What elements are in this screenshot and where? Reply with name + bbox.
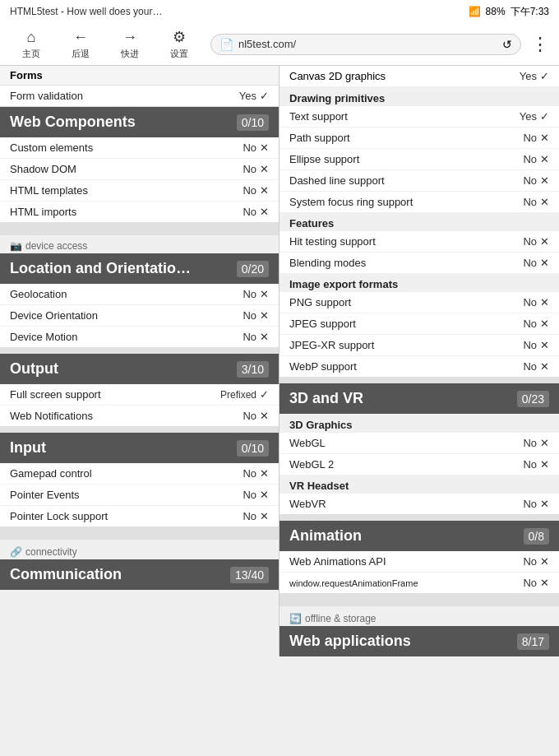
cross-icon: ✕ — [540, 360, 549, 373]
drawing-primitives-label: Drawing primitives — [280, 87, 559, 106]
communication-header: Communication 13/40 — [0, 559, 279, 590]
home-icon: ⌂ — [27, 29, 36, 46]
table-row: System focus ring support No ✕ — [280, 192, 559, 212]
web-components-header: Web Components 0/10 — [0, 107, 279, 137]
cross-icon: ✕ — [540, 132, 549, 144]
table-row: WebGL No ✕ — [280, 433, 559, 454]
cross-icon: ✕ — [540, 153, 549, 165]
table-row: Custom elements No ✕ — [0, 137, 279, 159]
vr-headset-items: WebVR No ✕ — [280, 494, 559, 514]
cross-icon: ✕ — [540, 437, 549, 449]
table-row: Web Animations API No ✕ — [280, 551, 559, 573]
status-bar: HTML5test - How well does your… 📶 88% 下午… — [0, 0, 559, 23]
table-row: HTML imports No ✕ — [0, 202, 279, 222]
form-validation-row: Form validation Yes ✓ — [0, 86, 279, 106]
cross-icon: ✕ — [540, 458, 549, 471]
cross-icon: ✕ — [260, 410, 269, 422]
table-row: Device Motion No ✕ — [0, 327, 279, 347]
table-row: Blending modes No ✕ — [280, 253, 559, 273]
forward-icon: → — [122, 29, 137, 46]
table-row: WebP support No ✕ — [280, 356, 559, 377]
table-row: Ellipse support No ✕ — [280, 149, 559, 170]
table-row: Text support Yes ✓ — [280, 106, 559, 128]
input-title: Input — [10, 439, 46, 457]
communication-score: 13/40 — [230, 567, 269, 583]
right-column: Canvas 2D graphics Yes ✓ Drawing primiti… — [280, 66, 559, 656]
connectivity-icon: 🔗 — [10, 546, 22, 558]
html-imports-label: HTML imports — [10, 206, 76, 218]
forward-label: 快进 — [121, 48, 139, 60]
table-row: Gamepad control No ✕ — [0, 463, 279, 485]
web-components-title: Web Components — [10, 114, 136, 131]
table-row: Full screen support Prefixed ✓ — [0, 384, 279, 406]
offline-storage-category: 🔄 offline & storage — [280, 606, 559, 626]
settings-button[interactable]: ⚙ 设置 — [155, 28, 204, 60]
cross-icon: ✕ — [260, 141, 269, 154]
time-display: 下午7:33 — [510, 5, 549, 19]
cross-icon: ✕ — [540, 498, 549, 510]
spacer — [280, 377, 559, 383]
forward-button[interactable]: → 快进 — [105, 28, 155, 60]
input-score: 0/10 — [237, 440, 269, 457]
wifi-icon: 📶 — [469, 6, 481, 17]
location-score: 0/20 — [237, 261, 269, 277]
spacer — [280, 593, 559, 600]
cross-icon: ✕ — [540, 555, 549, 568]
refresh-icon[interactable]: ↺ — [502, 38, 512, 51]
cross-icon: ✕ — [540, 235, 549, 248]
spacer — [0, 347, 279, 354]
location-items: Geolocation No ✕ Device Orientation No ✕… — [0, 284, 279, 347]
more-button[interactable]: ⋮ — [528, 34, 552, 55]
3d-vr-score: 0/23 — [517, 391, 549, 407]
communication-title: Communication — [10, 566, 122, 583]
html-templates-label: HTML templates — [10, 184, 88, 197]
nav-buttons: ⌂ 主页 ← 后退 → 快进 ⚙ 设置 — [7, 28, 204, 60]
cross-icon: ✕ — [540, 174, 549, 187]
cross-icon: ✕ — [540, 257, 549, 269]
web-applications-score: 8/17 — [517, 633, 549, 650]
connectivity-category: 🔗 connectivity — [0, 540, 279, 559]
cross-icon: ✕ — [260, 163, 269, 175]
web-applications-title: Web applications — [289, 633, 411, 650]
cross-icon: ✕ — [260, 331, 269, 343]
back-icon: ← — [73, 29, 88, 46]
check-icon: ✓ — [540, 110, 549, 123]
image-export-items: PNG support No ✕ JPEG support No ✕ JPEG-… — [280, 292, 559, 377]
table-row: WebGL 2 No ✕ — [280, 454, 559, 475]
web-applications-header: Web applications 8/17 — [280, 626, 559, 656]
page-icon: 📄 — [219, 38, 233, 51]
cross-icon: ✕ — [260, 510, 269, 522]
output-items: Full screen support Prefixed ✓ Web Notif… — [0, 384, 279, 426]
shadow-dom-label: Shadow DOM — [10, 163, 76, 175]
canvas2d-row: Canvas 2D graphics Yes ✓ — [280, 66, 559, 87]
table-row: Pointer Lock support No ✕ — [0, 506, 279, 526]
navigation-bar: ⌂ 主页 ← 后退 → 快进 ⚙ 设置 📄 nl5test.com/ ↺ ⋮ — [0, 23, 559, 66]
web-components-score: 0/10 — [237, 114, 269, 131]
custom-elements-label: Custom elements — [10, 141, 93, 154]
cross-icon: ✕ — [540, 296, 549, 308]
input-header: Input 0/10 — [0, 433, 279, 463]
settings-label: 设置 — [170, 48, 188, 60]
animation-title: Animation — [289, 527, 362, 545]
output-score: 3/10 — [237, 361, 269, 378]
cross-icon: ✕ — [260, 309, 269, 322]
table-row: Dashed line support No ✕ — [280, 170, 559, 192]
cross-icon: ✕ — [540, 339, 549, 351]
back-button[interactable]: ← 后退 — [56, 28, 105, 60]
table-row: window.requestAnimationFrame No ✕ — [280, 573, 559, 593]
3d-graphics-label: 3D Graphics — [280, 414, 559, 433]
settings-icon: ⚙ — [173, 28, 186, 46]
table-row: Shadow DOM No ✕ — [0, 159, 279, 180]
3d-vr-title: 3D and VR — [289, 390, 363, 407]
address-bar[interactable]: 📄 nl5test.com/ ↺ — [210, 34, 521, 55]
device-icon: 📷 — [10, 240, 22, 252]
cross-icon: ✕ — [540, 318, 549, 330]
canvas2d-label: Canvas 2D graphics — [289, 70, 386, 82]
check-icon: ✓ — [260, 388, 269, 401]
table-row: PNG support No ✕ — [280, 292, 559, 313]
features-label: Features — [280, 212, 559, 231]
home-button[interactable]: ⌂ 主页 — [7, 28, 56, 60]
table-row: Path support No ✕ — [280, 128, 559, 149]
spacer — [0, 222, 279, 229]
cross-icon: ✕ — [260, 184, 269, 197]
